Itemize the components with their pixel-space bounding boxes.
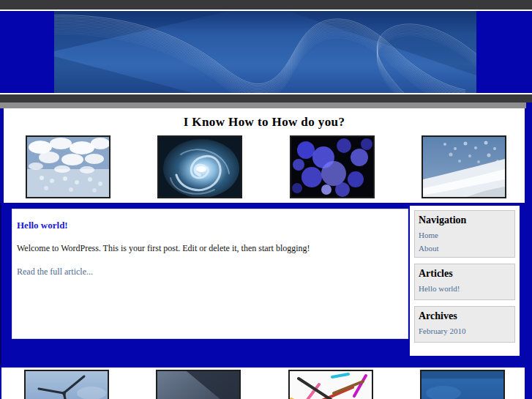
- sidebar-link-february-2010[interactable]: February 2010: [419, 327, 511, 335]
- widget-articles: Articles Hello world!: [414, 264, 515, 300]
- dark-separator-bar: [0, 94, 532, 102]
- site-title: I Know How to How do you?: [4, 108, 525, 130]
- sidebar: Navigation Home About Articles Hello wor…: [410, 206, 520, 356]
- post-title-link[interactable]: Hello world!: [17, 220, 68, 231]
- thumbnail-blue-bokeh[interactable]: [290, 135, 375, 198]
- read-more-link[interactable]: Read the full article...: [17, 266, 93, 277]
- thumbnail-storm-clouds[interactable]: [156, 370, 241, 399]
- title-and-gallery-section: I Know How to How do you?: [4, 108, 525, 203]
- thumbnail-blue-texture[interactable]: [420, 370, 505, 399]
- thumbnail-cloudy-sky[interactable]: [26, 135, 110, 198]
- widget-title-navigation: Navigation: [419, 215, 511, 226]
- wordpress-blog-page: I Know How to How do you?: [0, 0, 532, 399]
- thumbnail-wind-turbine[interactable]: [24, 370, 109, 399]
- widget-title-articles: Articles: [419, 268, 511, 280]
- gray-separator-bar: [0, 102, 526, 108]
- post-excerpt: Welcome to WordPress. This is your first…: [17, 243, 403, 254]
- thumbnail-wispy-clouds[interactable]: [422, 135, 506, 198]
- sidebar-link-hello-world[interactable]: Hello world!: [419, 284, 511, 293]
- header-band: [0, 11, 532, 93]
- sidebar-link-about[interactable]: About: [419, 244, 511, 253]
- header-banner-waves-image: [54, 11, 476, 93]
- main-content-box: Hello world! Welcome to WordPress. This …: [12, 209, 408, 339]
- thumbnail-colored-pencils[interactable]: [288, 370, 373, 399]
- content-section: Hello world! Welcome to WordPress. This …: [0, 203, 532, 368]
- widget-title-archives: Archives: [419, 310, 511, 322]
- top-bar: [0, 0, 532, 10]
- widget-archives: Archives February 2010: [414, 306, 515, 343]
- bottom-gallery-section: [1, 368, 525, 399]
- thumbnail-blue-spiral[interactable]: [157, 135, 242, 198]
- sidebar-link-home[interactable]: Home: [419, 231, 511, 239]
- widget-navigation: Navigation Home About: [414, 210, 515, 258]
